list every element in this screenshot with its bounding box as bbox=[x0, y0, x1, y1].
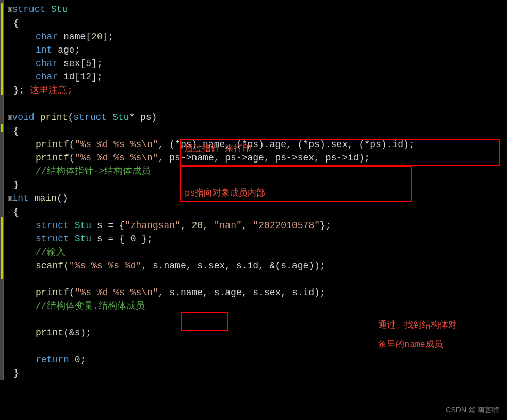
code-line[interactable]: //结构体变量.结构体成员 bbox=[4, 299, 507, 313]
annotation-note: 这里注意; bbox=[30, 85, 73, 95]
code-line[interactable]: return 0; bbox=[4, 353, 507, 366]
code-line[interactable]: //输入 bbox=[4, 246, 507, 259]
code-line[interactable]: }; 这里注意; bbox=[4, 84, 507, 97]
watermark: CSDN @ 嗨害嗨 bbox=[446, 406, 499, 415]
code-line[interactable]: { bbox=[4, 205, 507, 219]
code-line[interactable]: printf("%s %d %s %s\n", s.name, s.age, s… bbox=[4, 286, 507, 299]
annotation-text: 通过指针 来打印 bbox=[185, 142, 251, 154]
code-line[interactable]: } bbox=[4, 366, 507, 380]
code-line[interactable]: char name[20]; bbox=[4, 30, 507, 43]
code-line[interactable]: printf("%s %d %s %s\n", (*ps).name, (*ps… bbox=[4, 138, 507, 151]
code-line[interactable]: ▣struct Stu bbox=[4, 3, 507, 17]
code-line[interactable]: //结构体指针->结构体成员 bbox=[4, 165, 507, 178]
code-line[interactable] bbox=[4, 97, 507, 110]
annotation-text: 象里的name成员 bbox=[378, 338, 443, 350]
code-line[interactable]: { bbox=[4, 124, 507, 138]
code-line[interactable]: int age; bbox=[4, 43, 507, 57]
code-line[interactable]: printf("%s %d %s %s\n", ps->name, ps->ag… bbox=[4, 151, 507, 165]
code-line[interactable]: scanf("%s %s %s %d", s.name, s.sex, s.id… bbox=[4, 259, 507, 272]
code-line[interactable]: { bbox=[4, 17, 507, 30]
code-line[interactable] bbox=[4, 272, 507, 286]
change-marker bbox=[1, 217, 3, 279]
annotation-text: ps指向对象成员内部 bbox=[185, 187, 265, 199]
code-line[interactable]: struct Stu s = { 0 }; bbox=[4, 232, 507, 246]
code-line[interactable]: char sex[5]; bbox=[4, 57, 507, 70]
code-line[interactable]: struct Stu s = {"zhangsan", 20, "nan", "… bbox=[4, 219, 507, 232]
annotation-text: 通过。找到结构体对 bbox=[378, 319, 457, 331]
code-line[interactable]: ▣void print(struct Stu* ps) bbox=[4, 110, 507, 124]
change-marker bbox=[1, 124, 3, 132]
code-line[interactable]: char id[12]; bbox=[4, 70, 507, 84]
change-marker bbox=[1, 3, 3, 95]
